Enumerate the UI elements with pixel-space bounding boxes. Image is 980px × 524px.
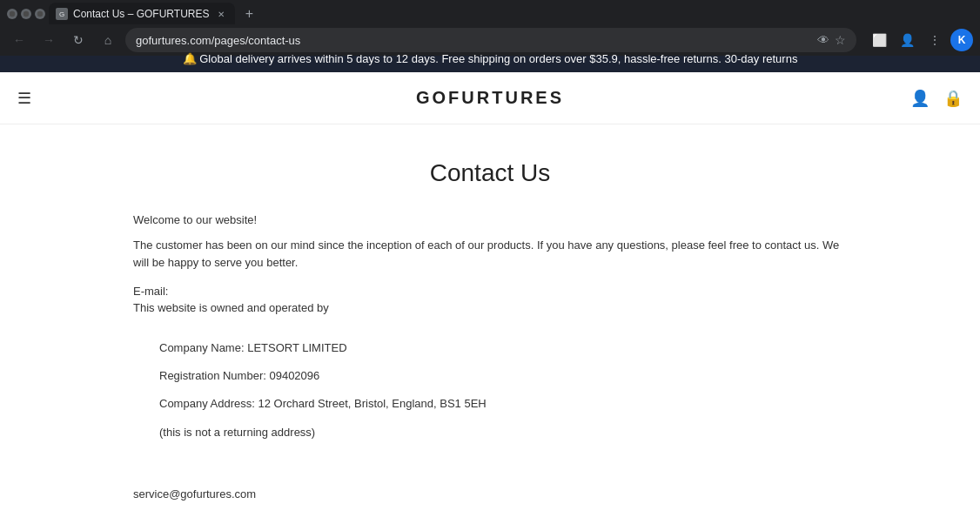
address-icons: 👁 ☆ <box>817 33 846 47</box>
address-bar-row: ← → ↻ ⌂ gofurtures.com/pages/contact-us … <box>0 24 980 56</box>
lock-icon[interactable]: 🔒 <box>943 89 963 108</box>
company-address: Company Address: 12 Orchard Street, Bris… <box>159 396 821 412</box>
star-icon[interactable]: ☆ <box>835 33 846 47</box>
page-title: Contact Us <box>116 159 864 187</box>
main-content: Contact Us Welcome to our website! The c… <box>98 124 882 524</box>
site-logo[interactable]: GOFURTURES <box>416 88 564 108</box>
url-text: gofurtures.com/pages/contact-us <box>136 34 300 47</box>
email-label: E-mail: <box>133 285 847 298</box>
tab-close-icon[interactable]: ✕ <box>214 7 228 21</box>
company-name: Company Name: LETSORT LIMITED <box>159 340 821 356</box>
tab-favicon: G <box>56 8 68 20</box>
company-block: Company Name: LETSORT LIMITED Registrati… <box>133 332 847 461</box>
menu-icon[interactable]: ⋮ <box>923 28 947 52</box>
close-btn[interactable] <box>35 9 45 19</box>
avatar[interactable]: K <box>950 29 973 51</box>
svg-point-1 <box>23 11 29 17</box>
eye-off-icon: 👁 <box>817 33 829 47</box>
active-tab[interactable]: G Contact Us – GOFURTURES ✕ <box>49 3 235 25</box>
tab-title: Contact Us – GOFURTURES <box>73 8 209 20</box>
email-link[interactable]: service@gofurtures.com <box>133 487 847 500</box>
reload-button[interactable]: ↻ <box>66 28 91 52</box>
svg-point-0 <box>10 11 15 17</box>
svg-point-2 <box>37 11 43 17</box>
address-note: (this is not a returning address) <box>159 425 821 440</box>
owned-text: This website is owned and operated by <box>133 301 847 314</box>
address-bar[interactable]: gofurtures.com/pages/contact-us 👁 ☆ <box>125 28 856 52</box>
header-right: 👤 🔒 <box>910 89 963 108</box>
back-button[interactable]: ← <box>7 28 31 52</box>
extensions-icon[interactable]: ⬜ <box>867 28 891 52</box>
registration-number: Registration Number: 09402096 <box>159 368 821 384</box>
browser-chrome: G Contact Us – GOFURTURES ✕ + ← → ↻ ⌂ go… <box>0 0 980 45</box>
welcome-text: Welcome to our website! <box>133 213 847 226</box>
content-body: Welcome to our website! The customer has… <box>116 213 864 500</box>
hamburger-menu[interactable]: ☰ <box>17 89 31 108</box>
home-button[interactable]: ⌂ <box>96 28 120 52</box>
tab-bar: G Contact Us – GOFURTURES ✕ + <box>0 0 980 24</box>
account-header-icon[interactable]: 👤 <box>910 89 930 108</box>
browser-right-icons: ⬜ 👤 ⋮ K <box>867 28 973 52</box>
intro-text: The customer has been on our mind since … <box>133 237 847 271</box>
forward-button[interactable]: → <box>37 28 61 52</box>
new-tab-button[interactable]: + <box>238 3 259 24</box>
notification-text: 🔔 Global delivery arrives within 5 days … <box>183 52 798 65</box>
maximize-btn[interactable] <box>21 9 31 19</box>
minimize-btn[interactable] <box>7 9 17 19</box>
site-header: ☰ GOFURTURES 👤 🔒 <box>0 72 980 124</box>
account-icon[interactable]: 👤 <box>895 28 919 52</box>
